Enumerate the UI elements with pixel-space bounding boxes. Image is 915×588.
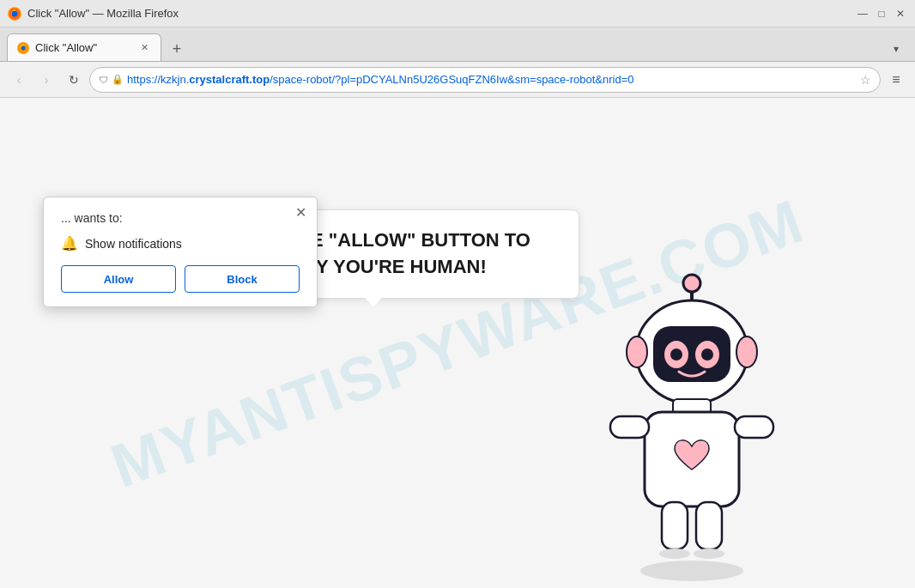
tab-close-button[interactable]: ✕ [136,40,152,56]
shield-icon: 🛡 [99,75,108,85]
titlebar: Click "Allow" — Mozilla Firefox — □ ✕ [0,0,915,27]
svg-point-13 [736,336,757,367]
browser-content: MYANTISPYWARE.COM PRESS THE "ALLOW" BUTT… [0,98,915,588]
forward-button[interactable]: › [34,68,58,92]
close-button[interactable]: ✕ [893,6,908,21]
svg-point-22 [640,561,743,581]
tab-label: Click "Allow" [35,41,97,54]
refresh-button[interactable]: ↻ [62,68,86,92]
svg-point-12 [627,336,647,367]
robot-illustration [572,262,812,588]
url-display: https://kzkjn.crystalcraft.top/space-rob… [127,73,857,86]
svg-point-11 [701,349,713,361]
menu-button[interactable]: ≡ [884,68,908,92]
tabbar: Click "Allow" ✕ + ▾ [0,27,915,62]
tabbar-expand-button[interactable]: ▾ [884,37,908,61]
svg-point-1 [12,10,18,16]
svg-rect-16 [610,416,649,438]
svg-rect-19 [696,502,722,549]
svg-rect-18 [662,502,688,549]
titlebar-controls: — □ ✕ [855,6,908,21]
url-domain: crystalcraft.top [189,73,270,86]
svg-point-21 [694,549,724,559]
popup-close-button[interactable]: ✕ [295,206,306,220]
popup-title: ... wants to: [61,211,300,225]
notification-popup: ✕ ... wants to: 🔔 Show notifications All… [43,197,318,307]
block-button[interactable]: Block [185,265,300,293]
back-button[interactable]: ‹ [7,68,31,92]
navbar: ‹ › ↻ 🛡 🔒 https://kzkjn.crystalcraft.top… [0,62,915,98]
svg-point-20 [659,549,690,559]
firefox-icon [7,6,22,21]
bell-icon: 🔔 [61,235,78,252]
titlebar-left: Click "Allow" — Mozilla Firefox [7,6,179,21]
svg-rect-17 [735,416,773,438]
active-tab[interactable]: Click "Allow" ✕ [7,33,161,61]
lock-icon: 🔒 [112,74,124,85]
popup-permission-text: Show notifications [85,237,182,251]
bookmark-star-icon[interactable]: ☆ [860,73,871,87]
popup-permission-row: 🔔 Show notifications [61,235,300,252]
popup-buttons: Allow Block [61,265,300,293]
minimize-button[interactable]: — [855,6,870,21]
svg-point-10 [670,349,682,361]
new-tab-button[interactable]: + [165,37,189,61]
tab-favicon [16,41,30,55]
svg-point-5 [683,275,700,292]
address-bar[interactable]: 🛡 🔒 https://kzkjn.crystalcraft.top/space… [89,67,881,93]
page-background: MYANTISPYWARE.COM PRESS THE "ALLOW" BUTT… [0,98,915,588]
svg-point-3 [21,45,26,50]
titlebar-title: Click "Allow" — Mozilla Firefox [27,7,179,20]
allow-button[interactable]: Allow [61,265,176,293]
maximize-button[interactable]: □ [874,6,889,21]
